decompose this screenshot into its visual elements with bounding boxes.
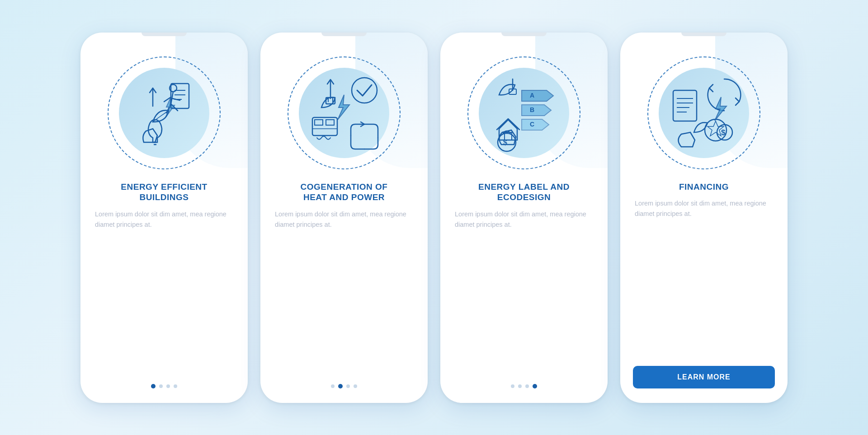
dot-1-2 [159, 384, 163, 388]
svg-point-9 [352, 78, 377, 103]
phone-2-icon-area [285, 54, 403, 172]
dot-3-3 [525, 384, 529, 388]
dot-2-1 [331, 384, 335, 388]
dot-2-2 [338, 384, 343, 388]
phone-2-desc: Lorem ipsum dolor sit dim amet, mea regi… [273, 209, 415, 230]
cogeneration-icon [303, 72, 385, 154]
svg-marker-33 [715, 97, 726, 121]
dot-1-1 [151, 384, 156, 388]
phone-1-title: ENERGY EFFICIENTBUILDINGS [121, 182, 207, 203]
svg-text:$: $ [503, 139, 507, 146]
svg-text:B: B [530, 106, 534, 113]
phone-2-dots [331, 376, 357, 388]
phone-4-title: FINANCING [679, 182, 729, 192]
phone-3: A B C [440, 33, 608, 403]
dot-2-3 [346, 384, 350, 388]
learn-more-button[interactable]: LEARN MORE [633, 366, 775, 388]
energy-buildings-icon [123, 72, 205, 154]
svg-rect-28 [673, 90, 697, 121]
phones-container: ENERGY EFFICIENTBUILDINGS Lorem ipsum do… [80, 33, 788, 403]
dot-3-2 [518, 384, 522, 388]
phone-3-dots [511, 376, 537, 388]
svg-rect-17 [326, 120, 334, 125]
energy-label-icon: A B C [483, 72, 565, 154]
phone-2-title: COGENERATION OFHEAT AND POWER [301, 182, 388, 203]
phone-1: ENERGY EFFICIENTBUILDINGS Lorem ipsum do… [80, 33, 248, 403]
phone-1-icon-area [105, 54, 223, 172]
phone-1-desc: Lorem ipsum dolor sit dim amet, mea regi… [93, 209, 235, 230]
phone-4: $ FINANCING Lorem ipsum dolor sit dim am… [620, 33, 788, 403]
phone-4-icon-area: $ [645, 54, 763, 172]
dot-3-4 [533, 384, 537, 388]
dot-1-4 [174, 384, 177, 388]
phone-3-icon-area: A B C [465, 54, 583, 172]
phone-1-dots [151, 376, 177, 388]
phone-3-title: ENERGY LABEL ANDECODESIGN [478, 182, 570, 203]
phone-4-desc: Lorem ipsum dolor sit dim amet, mea regi… [633, 198, 775, 219]
phone-4-bottom: LEARN MORE [633, 366, 775, 388]
dot-2-4 [354, 384, 357, 388]
svg-text:C: C [530, 121, 534, 128]
financing-icon: $ [663, 72, 745, 154]
phone-2: COGENERATION OFHEAT AND POWER Lorem ipsu… [260, 33, 428, 403]
svg-marker-14 [338, 95, 349, 120]
svg-rect-16 [315, 120, 323, 125]
dot-1-3 [166, 384, 170, 388]
svg-text:A: A [530, 92, 534, 99]
svg-rect-5 [171, 84, 189, 108]
dot-3-1 [511, 384, 514, 388]
svg-text:$: $ [721, 128, 726, 137]
phone-3-desc: Lorem ipsum dolor sit dim amet, mea regi… [453, 209, 595, 230]
